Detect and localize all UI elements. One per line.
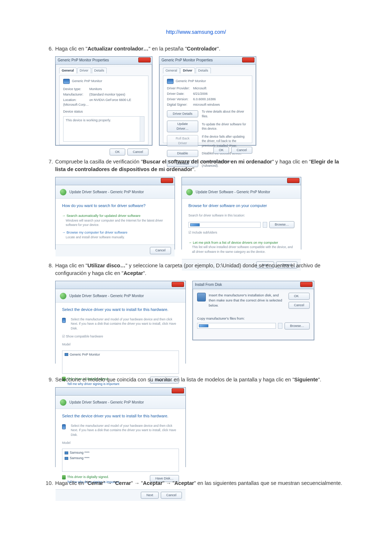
value-version: 6.0.6000.16386 xyxy=(193,97,216,101)
device-status-text: This device is working properly. xyxy=(66,118,111,122)
tab-details[interactable]: Details xyxy=(196,68,211,73)
step-6-number: 6. xyxy=(44,45,53,53)
path-combo[interactable] xyxy=(188,222,261,228)
show-compatible[interactable]: ☑ Show compatible hardware xyxy=(62,334,179,339)
step-10-arr3: " → " xyxy=(163,480,175,486)
dialog-select-model: Update Driver Software - Generic PnP Mon… xyxy=(55,387,186,467)
floppy-icon xyxy=(197,293,206,301)
step-8-after: ". xyxy=(143,270,146,276)
step-10: 10. Haga clic en "Cerrar" → "Cerrar" → "… xyxy=(44,479,348,487)
model-list[interactable]: Samsung **** Samsung **** xyxy=(62,449,179,472)
wizard-heading: How do you want to search for driver sof… xyxy=(62,203,168,209)
step-7: 7. Compruebe la casilla de verificación … xyxy=(44,158,348,250)
cancel-button[interactable]: Cancel xyxy=(127,149,148,155)
step-9: 9. Seleccione el modelo que coincida con… xyxy=(44,376,348,467)
label-provider: Driver Provider: xyxy=(167,86,193,91)
dialog-select-driver: Update Driver Software - Generic PnP Mon… xyxy=(55,281,186,364)
rollback-driver-desc: If the device fails after updating the d… xyxy=(202,134,248,148)
update-driver-button[interactable]: Update Driver… xyxy=(167,121,198,132)
tab-general[interactable]: General xyxy=(163,68,180,73)
back-arrow-icon[interactable] xyxy=(60,399,66,406)
device-status-box: This device is working properly. xyxy=(63,116,144,142)
step-7-bold1: Buscar el software del controlador en mi… xyxy=(143,159,272,165)
step-8: 8. Haga clic en "Utilizar disco…" y sele… xyxy=(44,262,348,364)
titlebar: Generic PnP Monitor Properties xyxy=(56,57,152,65)
option-browse-label: Browse my computer for driver software xyxy=(66,230,127,234)
step-6-bold1: Actualizar controlador… xyxy=(87,46,148,52)
close-icon[interactable] xyxy=(172,282,184,287)
dialog-properties-general: Generic PnP Monitor Properties General D… xyxy=(55,56,152,146)
step-10-b1: Cerrar xyxy=(87,480,103,486)
close-icon[interactable] xyxy=(138,57,151,62)
samsung-link[interactable]: http://www.samsung.com/ xyxy=(166,29,226,35)
back-arrow-icon[interactable] xyxy=(60,293,66,299)
model-label: Model xyxy=(62,441,179,445)
step-8-pre: Haga clic en " xyxy=(55,263,87,268)
dropdown-icon[interactable] xyxy=(278,323,282,329)
step-8-bold2: Aceptar xyxy=(123,270,143,276)
option-browse[interactable]: → Browse my computer for driver software… xyxy=(62,230,168,239)
tab-details[interactable]: Details xyxy=(92,68,107,73)
wizard-subtitle: Update Driver Software - Generic PnP Mon… xyxy=(69,293,144,299)
cancel-button[interactable]: Cancel xyxy=(161,492,182,499)
monitor-icon xyxy=(62,424,66,429)
wizard-subtitle: Update Driver Software - Generic PnP Mon… xyxy=(69,190,144,195)
back-arrow-icon[interactable] xyxy=(186,189,193,195)
back-arrow-icon[interactable] xyxy=(60,189,66,195)
step-7-pre: Compruebe la casilla de verificación " xyxy=(55,159,143,165)
select-driver-note: Select the manufacturer and model of you… xyxy=(71,317,179,331)
step-7-text: Compruebe la casilla de verificación "Bu… xyxy=(55,159,339,172)
step-6-pre: Haga clic en " xyxy=(55,46,87,52)
next-button[interactable]: Next xyxy=(141,492,159,499)
tabs: General Driver Details xyxy=(59,68,148,73)
option-search-auto[interactable]: → Search automatically for updated drive… xyxy=(62,213,168,227)
step-6-mid: " en la pestaña " xyxy=(148,46,187,52)
rollback-driver-button[interactable]: Roll Back Driver xyxy=(167,135,198,147)
titlebar xyxy=(56,177,175,185)
monitor-mini-icon xyxy=(65,457,68,460)
list-item[interactable]: Samsung **** xyxy=(65,450,176,455)
option-pick-list-sub: This list will show installed driver sof… xyxy=(192,245,294,254)
close-icon[interactable] xyxy=(242,57,254,62)
tab-general[interactable]: General xyxy=(59,68,77,73)
path-combo[interactable] xyxy=(197,323,276,329)
signed-indicator: This driver is digitally signed. xyxy=(62,475,119,479)
tabs: General Driver Details xyxy=(163,68,252,73)
browse-button[interactable]: Browse… xyxy=(269,221,294,228)
ok-button[interactable]: OK xyxy=(110,149,125,155)
tab-driver[interactable]: Driver xyxy=(180,68,195,73)
model-name: Samsung **** xyxy=(70,450,90,455)
close-icon[interactable] xyxy=(287,178,299,183)
browse-button[interactable]: Browse… xyxy=(285,323,310,329)
dialog-title: Generic PnP Monitor Properties xyxy=(162,58,213,62)
label-version: Driver Version: xyxy=(167,97,193,102)
list-item[interactable]: Generic PnP Monitor xyxy=(65,352,176,357)
label-manufacturer: Manufacturer: xyxy=(63,92,89,97)
scrollbar[interactable] xyxy=(140,117,144,141)
step-10-text: Haga clic en "Cerrar" → "Cerrar" → "Acep… xyxy=(55,480,342,486)
step-9-pre: Seleccione el modelo que coincida con su… xyxy=(55,377,294,382)
include-subfolders[interactable]: ☑ Include subfolders xyxy=(188,230,294,235)
model-name: Generic PnP Monitor xyxy=(70,352,100,357)
samsung-url: http://www.samsung.com/ xyxy=(44,29,348,35)
dialog-update-browse: Update Driver Software - Generic PnP Mon… xyxy=(181,177,301,250)
close-icon[interactable] xyxy=(172,388,184,393)
driver-details-button[interactable]: Driver Details xyxy=(167,110,198,117)
cancel-button[interactable]: Cancel xyxy=(289,302,310,309)
option-pick-list[interactable]: → Let me pick from a list of device driv… xyxy=(188,240,294,254)
disable-button[interactable]: Disable xyxy=(167,150,198,157)
tab-driver[interactable]: Driver xyxy=(77,68,91,73)
dialog-update-search: Update Driver Software - Generic PnP Mon… xyxy=(55,177,175,250)
cancel-button[interactable]: Cancel xyxy=(150,247,171,254)
step-10-b2: Cerrar xyxy=(115,480,131,486)
ok-button[interactable]: OK xyxy=(213,147,229,154)
close-icon[interactable] xyxy=(300,282,313,287)
model-list[interactable]: Generic PnP Monitor xyxy=(62,351,179,374)
monitor-mini-icon xyxy=(65,451,68,454)
list-item[interactable]: Samsung **** xyxy=(65,456,176,461)
step-6-after: ". xyxy=(217,46,220,52)
ok-button[interactable]: OK xyxy=(289,293,310,300)
close-icon[interactable] xyxy=(161,178,173,183)
cancel-button[interactable]: Cancel xyxy=(231,147,252,154)
dropdown-icon[interactable] xyxy=(263,222,267,228)
